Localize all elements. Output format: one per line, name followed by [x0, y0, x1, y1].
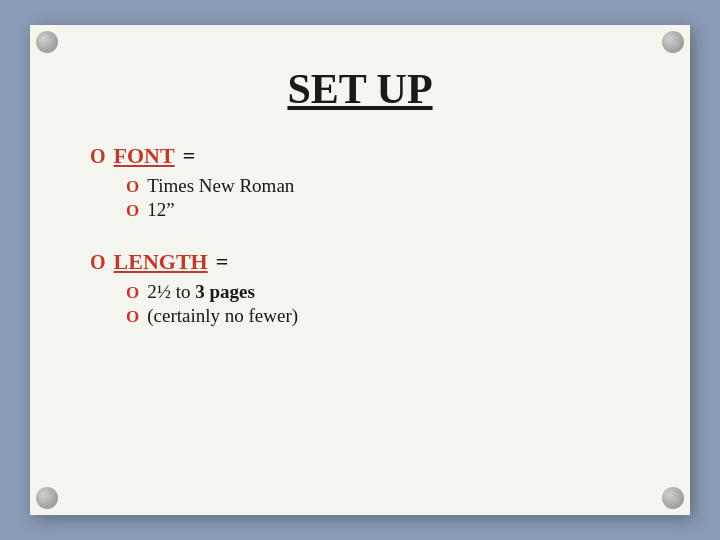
font-item-1-text: Times New Roman	[147, 175, 294, 197]
slide-title: SET UP	[90, 65, 630, 113]
length-item-1-text: 2½ to 3 pages	[147, 281, 255, 303]
font-bullet: O	[90, 145, 106, 168]
font-item-2-text: 12”	[147, 199, 174, 221]
length-sub-items: O 2½ to 3 pages O (certainly no fewer)	[90, 281, 630, 327]
font-label: FONT	[114, 143, 175, 169]
length-section-header: O LENGTH =	[90, 249, 630, 275]
length-item-2: O (certainly no fewer)	[126, 305, 630, 327]
pin-top-right	[662, 31, 684, 53]
font-section-header: O FONT =	[90, 143, 630, 169]
font-item-2: O 12”	[126, 199, 630, 221]
font-equals: =	[183, 143, 196, 169]
length-section: O LENGTH = O 2½ to 3 pages O (certainly …	[90, 249, 630, 327]
length-bullet: O	[90, 251, 106, 274]
length-item-1: O 2½ to 3 pages	[126, 281, 630, 303]
font-sub-items: O Times New Roman O 12”	[90, 175, 630, 221]
slide: SET UP O FONT = O Times New Roman O 12”	[30, 25, 690, 515]
length-item-2-text: (certainly no fewer)	[147, 305, 298, 327]
font-item-1-bullet: O	[126, 177, 139, 197]
slide-content: SET UP O FONT = O Times New Roman O 12”	[30, 25, 690, 515]
length-label: LENGTH	[114, 249, 208, 275]
length-item-1-bullet: O	[126, 283, 139, 303]
font-section: O FONT = O Times New Roman O 12”	[90, 143, 630, 221]
length-equals: =	[216, 249, 229, 275]
pin-top-left	[36, 31, 58, 53]
font-item-1: O Times New Roman	[126, 175, 630, 197]
length-bold-text: 3 pages	[195, 281, 255, 302]
font-item-2-bullet: O	[126, 201, 139, 221]
pin-bottom-left	[36, 487, 58, 509]
length-item-2-bullet: O	[126, 307, 139, 327]
pin-bottom-right	[662, 487, 684, 509]
